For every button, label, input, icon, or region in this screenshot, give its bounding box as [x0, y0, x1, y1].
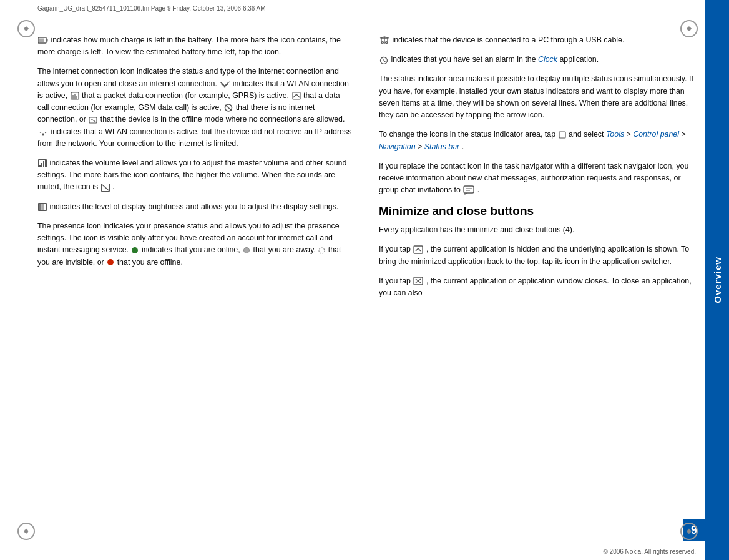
svg-rect-19 — [43, 161, 44, 167]
svg-rect-2 — [39, 38, 44, 42]
battery-paragraph: indicates how much charge is left in the… — [37, 34, 353, 58]
svg-line-14 — [91, 119, 95, 122]
status-indicator-text: The status indicator area makes it possi… — [379, 74, 693, 119]
content-area: indicates how much charge is left in the… — [37, 22, 695, 538]
brightness-icon — [38, 203, 47, 211]
change-icons-text-1: To change the icons in the status indica… — [379, 130, 558, 139]
svg-line-22 — [102, 185, 109, 190]
svg-rect-5 — [72, 95, 74, 99]
status-bar-link[interactable]: Status bar — [424, 142, 459, 151]
svg-rect-17 — [39, 165, 41, 167]
change-icons-sep3: > — [418, 142, 424, 151]
svg-rect-36 — [464, 186, 474, 193]
presence-text-2: indicates that you are online, — [142, 245, 242, 254]
away-icon — [243, 247, 250, 253]
side-tab: Overview — [705, 0, 729, 560]
tap-icon — [559, 131, 566, 139]
internet-paragraph: The internet connection icon indicates t… — [37, 66, 353, 150]
change-icons-text-3: . — [462, 142, 464, 151]
svg-rect-18 — [41, 163, 42, 167]
data-call-icon — [292, 92, 301, 100]
close-text-2: , the current application or application… — [379, 277, 692, 297]
change-icons-sep2: > — [681, 130, 685, 139]
header-bar: Gagarin_UG_draft_9254711_101106.fm Page … — [0, 0, 705, 17]
change-icons-text-2: and select — [569, 130, 606, 139]
offline-icon — [107, 259, 114, 265]
section-heading-minimize-close: Minimize and close buttons — [379, 204, 695, 219]
change-icons-paragraph: To change the icons in the status indica… — [379, 129, 695, 152]
deco-circle-bottom-left — [17, 523, 35, 540]
usb-text: indicates that the device is connected t… — [392, 36, 624, 44]
online-icon — [132, 247, 138, 253]
contact-replace-text-2: . — [477, 185, 479, 194]
volume-icon — [38, 159, 47, 167]
clock-link[interactable]: Clock — [538, 55, 557, 64]
svg-rect-20 — [45, 160, 46, 167]
usb-icon — [379, 36, 389, 45]
alarm-text-2: application. — [559, 55, 599, 64]
tools-link[interactable]: Tools — [606, 130, 624, 139]
presence-paragraph: The presence icon indicates your presenc… — [37, 220, 353, 268]
right-column: indicates that the device is connected t… — [376, 22, 695, 538]
contact-replace-text-1: If you replace the contact icon in the t… — [379, 162, 688, 194]
close-text-1: If you tap — [379, 277, 413, 285]
header-text: Gagarin_UG_draft_9254711_101106.fm Page … — [37, 5, 266, 12]
volume-text-2: . — [112, 182, 114, 191]
presence-text-3: that you are away, — [253, 245, 318, 254]
svg-rect-8 — [293, 92, 300, 99]
minimize-paragraph: If you tap , the current application is … — [379, 243, 695, 267]
volume-text-1: indicates the volume level and allows yo… — [37, 159, 346, 191]
presence-text-5: that you are offline. — [117, 258, 183, 267]
alarm-paragraph: indicates that you have set an alarm in … — [379, 54, 695, 66]
offline-mode-icon — [89, 116, 97, 124]
chat-icon — [463, 185, 474, 195]
svg-point-15 — [42, 134, 44, 136]
contact-replace-paragraph: If you replace the contact icon in the t… — [379, 160, 695, 197]
internet-text-6: that the device is in the offline mode w… — [100, 115, 345, 124]
internet-text-7: indicates that a WLAN connection is acti… — [37, 127, 351, 148]
every-app-text: Every application has the minimize and c… — [379, 225, 574, 234]
minimize-text-1: If you tap — [379, 245, 413, 253]
no-connection-icon — [224, 104, 233, 112]
svg-line-9 — [293, 94, 296, 97]
close-button-icon — [413, 277, 423, 285]
volume-paragraph: indicates the volume level and allows yo… — [37, 157, 353, 194]
internet-text-3: that a packet data connection (for examp… — [82, 91, 291, 100]
limited-wlan-icon — [38, 127, 48, 136]
minimize-text-2: , the current application is hidden and … — [379, 245, 689, 265]
status-indicator-paragraph: The status indicator area makes it possi… — [379, 73, 695, 121]
svg-rect-6 — [74, 94, 76, 99]
brightness-paragraph: indicates the level of display brightnes… — [37, 201, 353, 213]
footer-bar: © 2006 Nokia. All rights reserved. — [0, 543, 705, 560]
left-column: indicates how much charge is left in the… — [37, 22, 361, 538]
alarm-icon — [379, 56, 388, 64]
wlan-icon — [220, 79, 230, 88]
every-app-paragraph: Every application has the minimize and c… — [379, 224, 695, 236]
control-panel-link[interactable]: Control panel — [633, 130, 679, 139]
battery-text: indicates how much charge is left in the… — [37, 36, 341, 56]
page-container: Overview 9 Gagarin_UG_draft_9254711_1011… — [0, 0, 729, 560]
svg-line-32 — [384, 61, 386, 62]
svg-line-12 — [225, 105, 232, 111]
svg-rect-39 — [414, 246, 423, 253]
close-paragraph: If you tap , the current application or … — [379, 275, 695, 299]
svg-rect-1 — [47, 39, 48, 41]
minimize-button-icon — [413, 245, 423, 254]
packet-data-icon — [71, 92, 79, 100]
svg-point-26 — [319, 248, 325, 253]
footer-copyright: © 2006 Nokia. All rights reserved. — [603, 548, 696, 555]
svg-point-3 — [224, 86, 226, 88]
svg-line-10 — [296, 94, 300, 97]
muted-icon — [101, 184, 110, 192]
navigation-link[interactable]: Navigation — [379, 142, 416, 151]
svg-rect-35 — [559, 132, 565, 138]
svg-point-29 — [386, 41, 388, 43]
svg-rect-24 — [39, 204, 42, 210]
usb-paragraph: indicates that the device is connected t… — [379, 34, 695, 46]
battery-icon — [38, 37, 48, 44]
change-icons-sep1: > — [627, 130, 634, 139]
side-tab-label: Overview — [712, 257, 723, 303]
svg-rect-25 — [42, 204, 44, 210]
invisible-icon — [318, 247, 325, 254]
svg-rect-7 — [76, 96, 77, 99]
